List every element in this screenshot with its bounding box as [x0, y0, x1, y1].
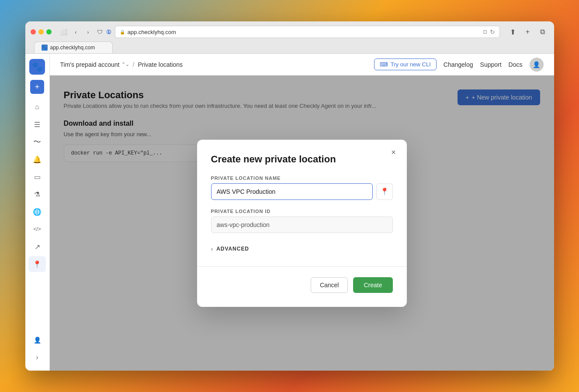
close-traffic-light[interactable] [31, 29, 36, 34]
cli-button-label: Try our new CLI [391, 61, 431, 68]
sidebar-item-locations[interactable]: 📍 [28, 256, 46, 272]
location-name-input[interactable] [211, 183, 373, 200]
modal-divider [197, 266, 407, 267]
page-content: Private Locations Private Locations allo… [50, 76, 554, 371]
new-tab-btn[interactable]: + [522, 26, 534, 38]
breadcrumb: Tim's prepaid account ⌃⌄ / Private locat… [60, 61, 371, 68]
forward-btn[interactable]: › [83, 27, 94, 37]
app-content: 🐾 + ⌂ ☰ 〜 🔔 ▭ ⚗ 🌐 </> ↗ 📍 👤 › [25, 54, 554, 371]
pin-icon: 📍 [380, 187, 389, 196]
browser-nav-controls: ⬜ ‹ › [59, 27, 94, 37]
browser-tab[interactable]: 🐾 app.checklyhq.com [34, 41, 113, 53]
modal-footer: Cancel Create [211, 277, 393, 293]
account-name-text: Tim's prepaid account [60, 61, 120, 68]
name-field-label: PRIVATE LOCATION NAME [211, 175, 393, 181]
sidebar-collapse-btn[interactable]: › [28, 350, 46, 365]
sidebar-item-checks[interactable]: ☰ [28, 117, 46, 132]
location-id-input[interactable] [211, 217, 393, 233]
browser-titlebar: ⬜ ‹ › 🛡 ① 🔒 app.checklyhq.com ⊡ ↻ ⬆ + ⧉ [31, 26, 549, 38]
browser-actions: ⬆ + ⧉ [507, 26, 549, 38]
changelog-link[interactable]: Changelog [444, 61, 473, 68]
sidebar-item-reporting[interactable]: ↗ [28, 239, 46, 254]
account-chevron-icon: ⌃⌄ [121, 62, 129, 67]
advanced-section-toggle[interactable]: › ADVANCED [211, 242, 393, 256]
id-field-group: PRIVATE LOCATION ID [211, 209, 393, 233]
breadcrumb-separator: / [133, 61, 135, 68]
sidebar-item-dashboards[interactable]: ▭ [28, 169, 46, 185]
main-content: Tim's prepaid account ⌃⌄ / Private locat… [50, 54, 554, 371]
docs-link[interactable]: Docs [509, 61, 523, 68]
sidebar-item-testing[interactable]: ⚗ [28, 186, 46, 202]
add-check-button[interactable]: + [30, 80, 44, 94]
browser-window: ⬜ ‹ › 🛡 ① 🔒 app.checklyhq.com ⊡ ↻ ⬆ + ⧉ [25, 21, 554, 371]
support-link[interactable]: Support [480, 61, 502, 68]
browser-chrome: ⬜ ‹ › 🛡 ① 🔒 app.checklyhq.com ⊡ ↻ ⬆ + ⧉ [25, 21, 554, 54]
sidebar-item-globe[interactable]: 🌐 [28, 204, 46, 220]
browser-tab-bar: 🐾 app.checklyhq.com [31, 41, 549, 53]
terminal-icon: ⌨ [380, 61, 388, 68]
sidebar-item-team[interactable]: 👤 [28, 332, 46, 348]
reload-icon[interactable]: ↻ [490, 28, 495, 35]
id-input-row [211, 217, 393, 233]
id-field-label: PRIVATE LOCATION ID [211, 209, 393, 214]
minimize-traffic-light[interactable] [38, 29, 44, 34]
advanced-label: ADVANCED [216, 246, 249, 252]
shield-icon: 🛡 [97, 29, 103, 35]
tabs-overview-btn[interactable]: ⧉ [537, 26, 549, 38]
password-manager-icon: ① [106, 29, 111, 35]
app-logo: 🐾 [29, 59, 45, 75]
maximize-traffic-light[interactable] [46, 29, 52, 34]
tab-favicon: 🐾 [42, 45, 48, 51]
app-header: Tim's prepaid account ⌃⌄ / Private locat… [50, 54, 554, 76]
user-avatar[interactable]: 👤 [530, 58, 544, 72]
name-field-group: PRIVATE LOCATION NAME 📍 [211, 175, 393, 200]
breadcrumb-account[interactable]: Tim's prepaid account ⌃⌄ [60, 61, 129, 68]
sidebar-item-heartbeat[interactable]: 〜 [28, 134, 46, 150]
sidebar: 🐾 + ⌂ ☰ 〜 🔔 ▭ ⚗ 🌐 </> ↗ 📍 👤 › [25, 54, 50, 371]
reader-icon: ⊡ [483, 29, 487, 35]
advanced-chevron-icon: › [211, 245, 213, 252]
address-bar-row: 🛡 ① 🔒 app.checklyhq.com ⊡ ↻ ⬆ + ⧉ [97, 26, 549, 38]
modal-title: Create new private location [211, 154, 393, 165]
modal-close-button[interactable]: × [388, 147, 400, 159]
cli-button[interactable]: ⌨ Try our new CLI [374, 58, 437, 70]
create-location-modal: × Create new private location PRIVATE LO… [197, 140, 407, 307]
sidebar-bottom: 👤 › [28, 332, 46, 365]
sidebar-item-alerts[interactable]: 🔔 [28, 151, 46, 167]
tab-label: app.checklyhq.com [50, 45, 95, 51]
create-button[interactable]: Create [353, 277, 392, 293]
share-btn[interactable]: ⬆ [507, 26, 519, 38]
breadcrumb-current-page: Private locations [138, 61, 183, 68]
location-icon-button[interactable]: 📍 [376, 183, 393, 200]
name-input-row: 📍 [211, 183, 393, 200]
header-actions: ⌨ Try our new CLI Changelog Support Docs… [374, 58, 544, 72]
cancel-button[interactable]: Cancel [311, 277, 348, 293]
sidebar-item-home[interactable]: ⌂ [28, 99, 46, 115]
url-text: app.checklyhq.com [128, 29, 176, 35]
traffic-lights [31, 29, 52, 34]
sidebar-toggle-btn[interactable]: ⬜ [59, 27, 69, 37]
lock-icon: 🔒 [120, 30, 125, 34]
address-bar[interactable]: 🔒 app.checklyhq.com ⊡ ↻ [115, 26, 500, 38]
back-btn[interactable]: ‹ [71, 27, 81, 37]
modal-overlay: × Create new private location PRIVATE LO… [50, 76, 554, 371]
sidebar-item-code[interactable]: </> [28, 221, 46, 237]
